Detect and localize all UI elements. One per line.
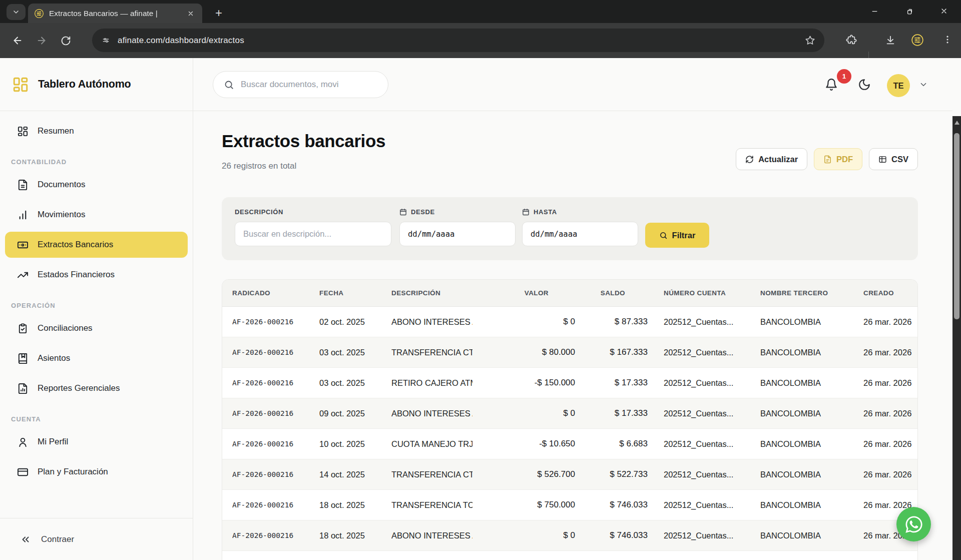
cell-valor: $ 750.000 [472, 500, 575, 510]
sidebar-item-movimientos[interactable]: Movimientos [5, 202, 188, 228]
refresh-icon [745, 155, 754, 164]
cell-saldo: $ 746.033 [575, 500, 648, 510]
minimize-button[interactable] [860, 0, 888, 22]
reload-button[interactable] [57, 32, 74, 49]
cell-tercero: BANCOLOMBIA [760, 409, 863, 418]
cell-tercero: BANCOLOMBIA [760, 348, 863, 357]
browser-menu-icon[interactable] [942, 35, 952, 45]
sidebar-item-resumen[interactable]: Resumen [5, 118, 188, 144]
page-scrollbar[interactable] [952, 116, 961, 560]
dark-mode-moon-icon[interactable] [858, 78, 871, 91]
table-row[interactable]: AF-2026-00021603 oct. 2025RETIRO CAJERO … [222, 368, 917, 398]
cell-radicado: AF-2026-000216 [232, 440, 319, 448]
table-row[interactable]: AF-2026-00021618 oct. 2025TRANSFERENCIA … [222, 490, 917, 520]
tab-list-button[interactable] [7, 4, 26, 20]
sidebar-item-asientos[interactable]: Asientos [5, 345, 188, 371]
table-row[interactable]: AF-2026-00021618 oct. 2025ABONO INTERESE… [222, 520, 917, 551]
table-row[interactable]: AF-2026-00021602 oct. 2025ABONO INTERESE… [222, 307, 917, 337]
date-to-filter: HASTA [522, 207, 638, 246]
table-body: AF-2026-00021602 oct. 2025ABONO INTERESE… [222, 307, 917, 551]
scrollbar-thumb[interactable] [954, 133, 959, 319]
col-numero-cuenta: NÚMERO CUENTA [648, 289, 760, 297]
sidebar-collapse-button[interactable]: Contraer [0, 518, 193, 560]
sidebar-item-label: Plan y Facturación [38, 467, 108, 477]
table-row[interactable]: AF-2026-00021610 oct. 2025CUOTA MANEJO T… [222, 429, 917, 459]
search-input[interactable] [241, 80, 386, 90]
col-fecha: FECHA [319, 289, 391, 297]
sidebar-item-conciliaciones[interactable]: Conciliaciones [5, 315, 188, 341]
app-logo[interactable]: Tablero Autónomo [0, 58, 193, 111]
col-descripcion: DESCRIPCIÓN [391, 289, 472, 297]
calendar-icon [399, 208, 407, 216]
export-csv-button[interactable]: CSV [869, 148, 918, 170]
cell-fecha: 09 oct. 2025 [319, 409, 391, 418]
cell-tercero: BANCOLOMBIA [760, 500, 863, 510]
account-chevron-down-icon[interactable] [919, 80, 928, 89]
browser-window: Extractos Bancarios — afinate | + afinat… [0, 0, 961, 560]
records-count: 26 registros en total [222, 161, 296, 171]
cell-cuenta: 202512_Cuentas... [648, 531, 760, 540]
new-tab-button[interactable]: + [211, 6, 226, 21]
sidebar-item-extractos-bancarios[interactable]: Extractos Bancarios [5, 232, 188, 258]
sidebar-nav: Resumen CONTABILIDAD Documentos Movimien… [0, 111, 193, 485]
tab-close-icon[interactable] [185, 8, 196, 19]
whatsapp-button[interactable] [896, 507, 931, 541]
cell-fecha: 03 oct. 2025 [319, 348, 391, 357]
app-name: Tablero Autónomo [38, 78, 131, 91]
bank-statements-table: RADICADO FECHA DESCRIPCIÓN VALOR SALDO N… [222, 279, 918, 560]
global-search[interactable] [213, 71, 388, 98]
app-shell: Tablero Autónomo Resumen CONTABILIDAD Do… [0, 58, 961, 560]
sidebar-item-mi-perfil[interactable]: Mi Perfil [5, 429, 188, 455]
col-nombre-tercero: NOMBRE TERCERO [760, 289, 863, 297]
cell-cuenta: 202512_Cuentas... [648, 500, 760, 510]
browser-toolbar: afinate.com/dashboard/extractos [0, 23, 961, 58]
filter-button-label: Filtrar [672, 231, 696, 240]
browser-tab[interactable]: Extractos Bancarios — afinate | [28, 4, 202, 23]
sidebar-item-label: Mi Perfil [38, 437, 68, 447]
file-text-icon [17, 179, 29, 191]
table-row[interactable]: AF-2026-00021609 oct. 2025ABONO INTERESE… [222, 398, 917, 429]
date-to-input[interactable] [522, 222, 638, 246]
sidebar-item-plan-facturacion[interactable]: Plan y Facturación [5, 459, 188, 485]
book-marked-icon [17, 353, 29, 364]
cell-saldo: $ 522.733 [575, 469, 648, 479]
site-settings-icon[interactable] [101, 36, 111, 45]
date-from-input[interactable] [399, 222, 516, 246]
refresh-button[interactable]: Actualizar [736, 148, 807, 170]
export-pdf-button[interactable]: PDF [814, 148, 862, 170]
description-filter-input[interactable] [235, 222, 391, 246]
col-saldo: SALDO [575, 289, 648, 297]
sidebar-item-documentos[interactable]: Documentos [5, 172, 188, 198]
restore-button[interactable] [895, 0, 923, 22]
scroll-up-arrow[interactable] [954, 121, 959, 125]
table-row[interactable]: AF-2026-00021603 oct. 2025TRANSFERENCIA … [222, 337, 917, 368]
cell-descripcion: TRANSFERENCIA CTA ... [391, 348, 472, 357]
whatsapp-icon [904, 515, 923, 534]
extensions-puzzle-icon[interactable] [846, 35, 857, 46]
sidebar-item-label: Reportes Gerenciales [38, 383, 120, 393]
cell-tercero: BANCOLOMBIA [760, 470, 863, 479]
sidebar-item-estados-financieros[interactable]: Estados Financieros [5, 262, 188, 288]
afinate-extension-icon[interactable] [911, 34, 924, 47]
table-row[interactable]: AF-2026-00021614 oct. 2025TRANSFERENCIA … [222, 459, 917, 490]
cell-valor: -$ 150.000 [472, 378, 575, 388]
notification-badge[interactable]: 1 [837, 69, 851, 84]
bookmark-star-icon[interactable] [805, 35, 815, 46]
table-grid-icon [878, 155, 887, 164]
cell-descripcion: CUOTA MANEJO TRJ D... [391, 439, 472, 449]
window-close-button[interactable] [930, 0, 958, 22]
downloads-icon[interactable] [885, 35, 896, 46]
back-button[interactable] [9, 32, 26, 49]
cell-radicado: AF-2026-000216 [232, 409, 319, 417]
forward-button[interactable] [33, 32, 50, 49]
sidebar-item-reportes-gerenciales[interactable]: Reportes Gerenciales [5, 375, 188, 401]
description-filter-label: DESCRIPCIÓN [235, 207, 391, 216]
notifications-bell-icon[interactable] [825, 78, 838, 91]
calendar-icon [522, 208, 530, 216]
cell-cuenta: 202512_Cuentas... [648, 439, 760, 449]
cell-creado: 26 mar. 2026 [863, 348, 918, 357]
app-header: 1 TE [193, 58, 952, 111]
avatar[interactable]: TE [887, 74, 910, 97]
filter-button[interactable]: Filtrar [645, 223, 709, 248]
address-bar[interactable]: afinate.com/dashboard/extractos [92, 29, 824, 52]
